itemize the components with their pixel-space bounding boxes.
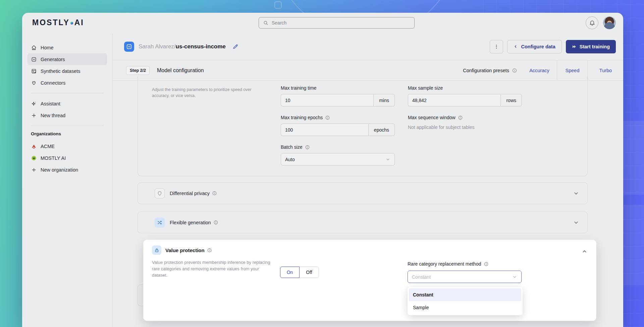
info-icon[interactable] xyxy=(512,68,517,73)
page-header: AI Sarah Alvarez/us-census-income Config… xyxy=(113,33,623,60)
dataset-table-icon xyxy=(31,68,37,74)
section-label: Value protection xyxy=(165,247,205,253)
start-training-button[interactable]: Start training xyxy=(566,40,616,53)
sidebar-item-org-acme[interactable]: ACME xyxy=(28,140,107,152)
info-icon[interactable] xyxy=(484,262,489,267)
toggle-off-button[interactable]: Off xyxy=(299,267,319,278)
mostly-ai-logo[interactable]: MOSTLY AI xyxy=(32,18,84,27)
content-area: AI Sarah Alvarez/us-census-income Config… xyxy=(113,33,623,327)
sidebar-item-generators[interactable]: AI Generators xyxy=(28,53,107,65)
chevron-down-icon[interactable] xyxy=(573,190,579,196)
rare-category-label: Rare category replacement method xyxy=(408,261,481,267)
acme-logo-icon xyxy=(31,143,37,149)
search-icon xyxy=(263,20,269,26)
rare-category-dropdown: Constant Sample xyxy=(408,287,523,315)
chevron-left-icon xyxy=(514,44,518,49)
field-label: Max sequence window xyxy=(408,115,455,120)
sidebar-item-label: Assistant xyxy=(41,101,60,106)
svg-text:M: M xyxy=(33,157,35,160)
search-input[interactable] xyxy=(272,20,410,26)
flexible-generation-section[interactable]: Flexible generation xyxy=(138,212,588,233)
info-icon[interactable] xyxy=(305,145,310,150)
page-header-actions: Configure data Start training xyxy=(490,40,616,53)
model-configuration-panel: Adjust the training parameters to priori… xyxy=(113,81,623,327)
start-training-label: Start training xyxy=(580,44,610,49)
max-training-epochs-field: Max training epochs epochs xyxy=(281,115,395,136)
sparkle-icon xyxy=(31,101,37,107)
info-icon[interactable] xyxy=(213,220,218,225)
shuffle-icon xyxy=(155,218,165,228)
rare-category-selected-value: Constant xyxy=(412,274,431,280)
sidebar-item-label: Generators xyxy=(41,57,65,62)
desktop-background: MOSTLY AI xyxy=(0,0,644,327)
section-label: Differential privacy xyxy=(170,191,210,196)
training-parameters-section: Adjust the training parameters to priori… xyxy=(138,77,588,176)
value-protection-toggle: On Off xyxy=(280,267,319,278)
max-sample-size-input[interactable] xyxy=(408,94,500,106)
differential-privacy-section[interactable]: Differential privacy xyxy=(138,182,588,204)
sidebar-item-label: New thread xyxy=(41,113,65,118)
lock-icon xyxy=(152,245,161,255)
info-icon[interactable] xyxy=(212,191,217,196)
generator-ai-chip-icon: AI xyxy=(124,42,134,52)
fast-forward-icon xyxy=(572,44,577,49)
sidebar-item-assistant[interactable]: Assistant xyxy=(28,98,107,109)
sidebar-item-label: Connectors xyxy=(41,80,65,86)
presets-label-group: Configuration presets xyxy=(463,68,517,73)
sidebar-divider xyxy=(31,126,104,126)
project-name: us-census-income xyxy=(176,43,226,50)
field-label: Max sample size xyxy=(408,85,443,91)
max-training-epochs-input[interactable] xyxy=(281,124,368,136)
home-icon xyxy=(31,45,37,51)
unit-label: epochs xyxy=(368,124,395,136)
sidebar-item-label: Synthetic datasets xyxy=(41,68,80,74)
chevron-down-icon xyxy=(512,274,517,279)
chevron-up-icon[interactable] xyxy=(581,248,588,255)
notifications-button[interactable] xyxy=(586,16,598,29)
section-label: Flexible generation xyxy=(170,220,211,225)
sidebar-item-label: New organization xyxy=(41,167,78,173)
rare-category-select[interactable]: Constant xyxy=(408,271,522,283)
dropdown-option-constant[interactable]: Constant xyxy=(409,288,521,301)
sidebar-item-connectors[interactable]: Connectors xyxy=(28,77,107,89)
sidebar-item-new-thread[interactable]: New thread xyxy=(28,109,107,121)
field-label: Batch size xyxy=(281,144,303,150)
logo-text-secondary: AI xyxy=(74,18,84,27)
presets-label: Configuration presets xyxy=(463,68,509,73)
max-sample-size-field: Max sample size rows xyxy=(408,85,522,106)
dropdown-option-sample[interactable]: Sample xyxy=(409,301,521,314)
plug-icon xyxy=(31,80,37,86)
topbar: MOSTLY AI xyxy=(22,13,623,33)
edit-name-icon[interactable] xyxy=(232,43,238,50)
value-protection-section: Value protection Value protection preven… xyxy=(143,240,596,321)
batch-size-select[interactable]: Auto xyxy=(281,153,395,166)
sidebar-item-new-organization[interactable]: New organization xyxy=(28,164,107,176)
generator-title-group: AI Sarah Alvarez/us-census-income xyxy=(124,42,238,52)
ai-chip-icon: AI xyxy=(31,56,37,62)
topbar-right xyxy=(586,16,616,29)
info-icon[interactable] xyxy=(325,115,330,120)
preset-turbo-button[interactable]: Turbo xyxy=(588,60,623,80)
more-actions-button[interactable] xyxy=(490,40,503,53)
global-search[interactable] xyxy=(259,17,415,29)
chevron-down-icon xyxy=(385,157,390,162)
step-title: Model configuration xyxy=(157,67,204,74)
max-training-time-input[interactable] xyxy=(281,94,373,106)
sidebar: Home AI Generators Synthetic datasets Co… xyxy=(22,33,113,327)
sidebar-item-label: MOSTLY AI xyxy=(41,155,66,161)
organizations-heading: Organizations xyxy=(31,131,104,136)
avatar[interactable] xyxy=(603,16,616,29)
sidebar-item-synthetic-datasets[interactable]: Synthetic datasets xyxy=(28,65,107,77)
chevron-down-icon[interactable] xyxy=(573,219,579,226)
field-label: Max training epochs xyxy=(281,115,323,120)
toggle-on-button[interactable]: On xyxy=(280,267,300,278)
info-icon[interactable] xyxy=(458,115,463,120)
unit-label: mins xyxy=(373,94,395,106)
sidebar-item-org-mostly-ai[interactable]: M MOSTLY AI xyxy=(28,152,107,164)
step-badge: Step 2/2 xyxy=(126,66,150,75)
svg-text:AI: AI xyxy=(33,58,35,60)
configure-data-button[interactable]: Configure data xyxy=(507,40,561,53)
sidebar-item-home[interactable]: Home xyxy=(28,42,107,53)
info-icon[interactable] xyxy=(207,248,212,253)
sidebar-item-label: ACME xyxy=(41,144,55,149)
